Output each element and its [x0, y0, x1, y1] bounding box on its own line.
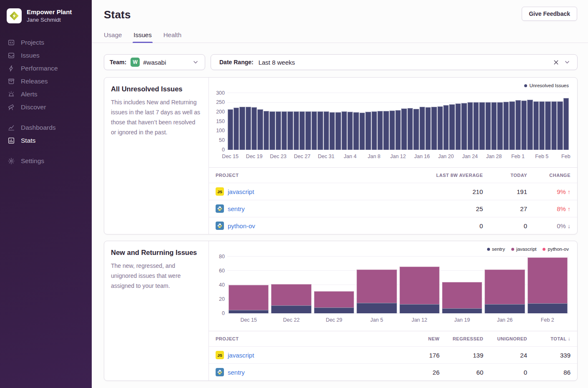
y-axis-tick-label: 200: [216, 109, 225, 115]
new-returning-issues-table: PROJECTNEWREGRESSEDUNIGNOREDTOTAL↓JSjava…: [209, 331, 577, 380]
project-link[interactable]: python-ov: [228, 222, 255, 229]
chart-bar: [407, 108, 413, 150]
chart-bar: [497, 102, 503, 150]
project-link[interactable]: javascript: [228, 352, 254, 359]
chevron-down-icon: [564, 59, 570, 66]
sidebar-item-stats[interactable]: Stats: [0, 134, 92, 147]
give-feedback-button[interactable]: Give Feedback: [522, 7, 577, 21]
x-axis: Dec 15Dec 19Dec 23Dec 27Dec 31Jan 4Jan 8…: [227, 150, 569, 164]
sidebar-item-label: Performance: [21, 65, 58, 72]
tab-usage[interactable]: Usage: [104, 31, 122, 43]
date-range-select[interactable]: Date Range: Last 8 weeks: [211, 54, 578, 70]
column-header-new[interactable]: NEW: [395, 336, 440, 341]
sidebar-item-releases[interactable]: Releases: [0, 75, 92, 88]
project-cell: JSjavascript: [216, 351, 395, 359]
sidebar-item-dashboards[interactable]: Dashboards: [0, 121, 92, 134]
x-axis-tick-label: Feb 2: [541, 317, 554, 323]
x-axis-tick-label: Dec 19: [246, 154, 263, 159]
value-cell: 210: [420, 188, 483, 195]
date-range-label: Date Range:: [219, 59, 254, 66]
x-axis-tick-label: Dec 23: [270, 154, 286, 159]
chart-bar: [473, 102, 479, 150]
table-row: JSjavascript2101919% ↑: [209, 183, 577, 200]
x-axis-tick-label: Jan 28: [486, 154, 502, 159]
x-axis-tick-label: Jan 12: [390, 154, 406, 159]
column-header-total[interactable]: TOTAL↓: [527, 336, 570, 342]
chart-bar: [443, 105, 449, 150]
python-platform-icon: [216, 368, 224, 376]
org-header[interactable]: Empower Plant Jane Schmidt: [0, 6, 92, 27]
project-link[interactable]: sentry: [228, 369, 245, 376]
value-cell: 24: [483, 352, 527, 359]
y-axis-tick-label: 60: [219, 268, 225, 274]
chart-bar: [420, 107, 425, 150]
column-header-regressed[interactable]: REGRESSED: [440, 336, 483, 341]
x-axis-tick-label: Dec 15: [240, 317, 257, 323]
sidebar-item-label: Releases: [21, 78, 48, 85]
bar-segment-javascript: [400, 267, 440, 304]
sidebar-item-performance[interactable]: Performance: [0, 62, 92, 75]
bar-segment-javascript: [357, 270, 397, 303]
y-axis-tick-label: 100: [216, 128, 225, 134]
org-logo: [7, 8, 22, 23]
value-cell: 176: [395, 352, 440, 359]
tab-health[interactable]: Health: [163, 31, 181, 43]
chart-bar: [347, 112, 353, 150]
chart-bar: [312, 111, 317, 150]
bar-segment-javascript: [314, 291, 354, 307]
sidebar: Empower Plant Jane Schmidt ProjectsIssue…: [0, 0, 92, 388]
chart-bar: [329, 112, 335, 150]
legend-label: Unresolved Issues: [529, 83, 569, 88]
sidebar-item-projects[interactable]: Projects: [0, 36, 92, 49]
sidebar-item-settings[interactable]: Settings: [0, 154, 92, 167]
column-header-unignored[interactable]: UNIGNORED: [483, 336, 527, 341]
y-axis-tick-label: 80: [219, 254, 225, 260]
performance-icon: [8, 65, 15, 72]
x-axis-tick-label: Dec 29: [326, 317, 342, 323]
panel-new-and-returning-issues: New and Returning Issues The new, regres…: [104, 241, 578, 381]
bar-segment-sentry: [485, 304, 525, 313]
sidebar-item-issues[interactable]: Issues: [0, 49, 92, 62]
value-cell: 60: [440, 369, 483, 376]
chart-bar: [527, 100, 533, 150]
change-cell: 0% ↓: [527, 222, 570, 229]
chart-bar: [515, 100, 521, 150]
y-axis-tick-label: 300: [216, 91, 225, 96]
project-link[interactable]: javascript: [228, 188, 254, 195]
js-platform-icon: JS: [216, 187, 224, 196]
column-header-project[interactable]: PROJECT: [216, 336, 395, 341]
project-link[interactable]: sentry: [228, 205, 245, 212]
column-header-avg[interactable]: LAST 8W AVERAGE: [420, 173, 483, 178]
chart-bar: [461, 103, 467, 150]
column-header-today[interactable]: TODAY: [483, 173, 527, 178]
panel-description: This includes New and Returning issues i…: [111, 97, 202, 137]
change-cell: 8% ↑: [527, 205, 570, 212]
sidebar-item-alerts[interactable]: Alerts: [0, 88, 92, 101]
panel-side: New and Returning Issues The new, regres…: [104, 241, 209, 380]
js-platform-icon: JS: [216, 351, 224, 359]
unresolved-issues-chart: 050100150200250300 Dec 15Dec 19Dec 23Dec…: [209, 78, 577, 164]
clear-icon[interactable]: [553, 59, 559, 66]
issues-icon: [8, 52, 15, 59]
chart-bar: [246, 107, 251, 150]
sidebar-item-label: Discover: [21, 103, 46, 111]
legend-item-python-ov: python-ov: [543, 247, 569, 252]
panel-main: sentryjavascriptpython-ov 020406080 Dec …: [209, 241, 577, 380]
sidebar-item-discover[interactable]: Discover: [0, 101, 92, 113]
chart-bar: [539, 101, 545, 150]
chart-bar: [257, 109, 263, 150]
table-header-row: PROJECTLAST 8W AVERAGETODAYCHANGE: [209, 168, 577, 183]
y-axis-tick-label: 20: [219, 297, 225, 302]
table-row: sentry2660086: [209, 363, 577, 380]
x-axis-tick-label: Feb 1: [511, 154, 525, 159]
chart-bar: [431, 107, 437, 150]
column-header-project[interactable]: PROJECT: [216, 173, 420, 178]
team-select[interactable]: Team: W #wasabi: [104, 54, 205, 70]
y-axis-tick-label: 50: [219, 138, 225, 143]
project-cell: JSjavascript: [216, 187, 420, 196]
column-header-change[interactable]: CHANGE: [527, 173, 570, 178]
chart-bar: [557, 101, 563, 150]
chart-bar: [425, 107, 431, 150]
bar-segment-sentry: [442, 308, 482, 313]
tab-issues[interactable]: Issues: [133, 31, 151, 43]
